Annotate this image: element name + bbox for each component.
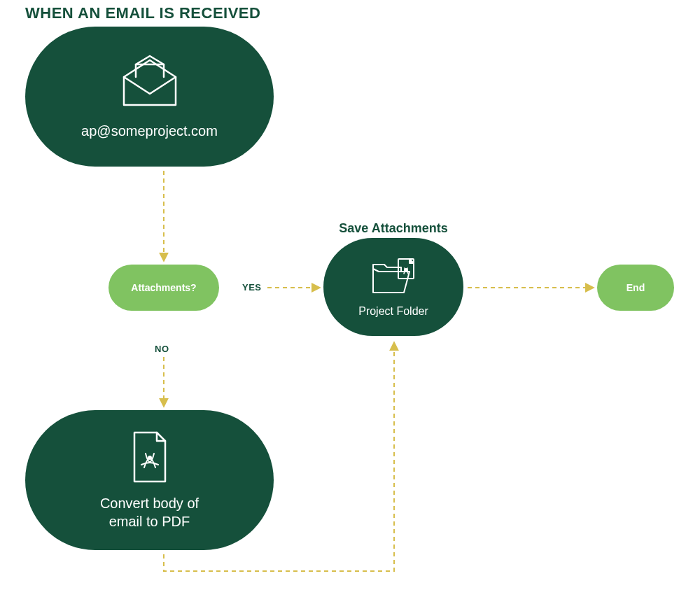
diagram-title: WHEN AN EMAIL IS RECEIVED xyxy=(25,4,260,22)
email-open-icon xyxy=(118,55,181,113)
pdf-file-icon xyxy=(129,430,171,487)
folder-pdf-icon xyxy=(369,256,418,301)
flowchart-canvas: WHEN AN EMAIL IS RECEIVED ap@someproject… xyxy=(0,0,700,590)
edge-label-no: NO xyxy=(155,344,169,354)
end-label: End xyxy=(626,282,645,293)
email-address-label: ap@someproject.com xyxy=(81,123,218,139)
save-attachments-title: Save Attachments xyxy=(323,221,463,236)
decision-label: Attachments? xyxy=(131,282,196,293)
save-folder-label: Project Folder xyxy=(358,305,428,318)
node-convert-pdf: Convert body of email to PDF xyxy=(25,410,274,550)
edge-label-yes: YES xyxy=(242,282,262,293)
node-email-received: ap@someproject.com xyxy=(25,27,274,167)
node-decision-attachments: Attachments? xyxy=(108,265,219,311)
convert-label: Convert body of email to PDF xyxy=(100,494,199,531)
node-save-attachments: Project Folder xyxy=(323,238,463,336)
node-end: End xyxy=(597,265,674,311)
